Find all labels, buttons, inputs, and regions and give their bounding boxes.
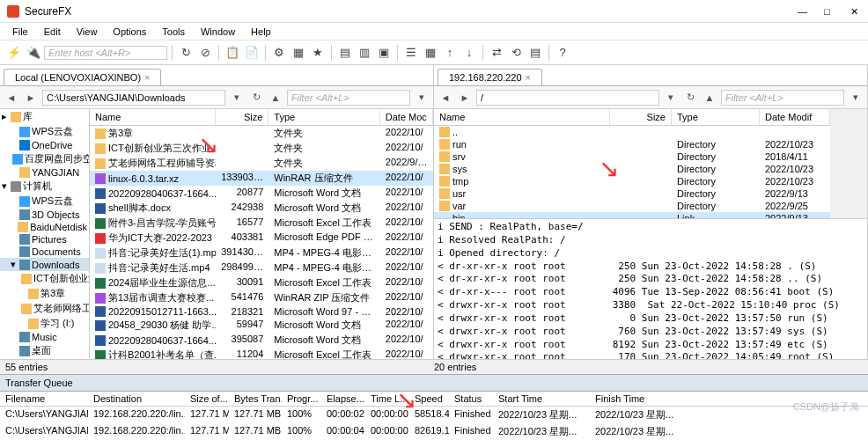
sync-icon[interactable]: ⟲ (507, 44, 525, 62)
details-icon[interactable]: ▦ (422, 44, 439, 62)
col-name[interactable]: Name (434, 109, 610, 125)
tq-col[interactable]: Start Time (493, 392, 590, 406)
tree-item[interactable]: 百度网盘同步空间 (0, 151, 89, 166)
dropdown-icon[interactable]: ▾ (663, 90, 679, 106)
quick-connect-icon[interactable]: 🔌 (25, 44, 42, 62)
cascade-icon[interactable]: ▣ (375, 44, 393, 62)
sort-desc-icon[interactable]: ↓ (460, 44, 478, 62)
col-name[interactable]: Name (90, 109, 216, 125)
file-row[interactable]: linux-6.0.3.tar.xz133903496WinRAR 压缩文件20… (90, 171, 433, 186)
local-path-input[interactable]: C:\Users\YANGJIAN\Downloads (42, 90, 225, 106)
maximize-button[interactable]: □ (824, 6, 835, 17)
tree-item[interactable]: BaiduNetdisk (0, 221, 89, 233)
bookmark-icon[interactable]: ★ (309, 44, 327, 62)
dropdown-icon[interactable]: ▾ (848, 90, 864, 106)
tq-col[interactable]: Time L... (365, 392, 409, 406)
file-row[interactable]: varDirectory2022/9/25 (434, 200, 830, 212)
transfer-icon[interactable]: ⇄ (488, 44, 505, 62)
fwd-icon[interactable]: ► (23, 90, 39, 106)
file-row[interactable]: 附件3-昌吉学院-学员账号...16577Microsoft Excel 工作表… (90, 216, 433, 231)
tq-col[interactable]: Finish Time (590, 392, 687, 406)
menu-options[interactable]: Options (106, 25, 153, 39)
menu-help[interactable]: Help (244, 25, 278, 39)
refresh-icon[interactable]: ↻ (682, 90, 698, 106)
disconnect-icon[interactable]: ⊘ (196, 44, 214, 62)
col-date[interactable]: Date Modif (760, 109, 830, 125)
tree-item[interactable]: ▾Downloads (0, 258, 89, 271)
up-icon[interactable]: ▲ (702, 90, 717, 106)
file-row[interactable]: 抖音:记录美好生活.mp429849947MP4 - MPEG-4 电影文件20… (90, 260, 433, 275)
menu-file[interactable]: File (5, 25, 35, 39)
remote-tab[interactable]: 192.168.220.220× (438, 69, 542, 85)
tree-item[interactable]: Music (0, 331, 89, 343)
copy-icon[interactable]: 📋 (224, 44, 241, 62)
tileh-icon[interactable]: ▥ (356, 44, 373, 62)
file-row[interactable]: sysDirectory2022/10/23 (434, 163, 830, 175)
file-row[interactable]: ICT创新创业第三次作业文件夹2022/10/ (90, 141, 433, 156)
file-row[interactable]: runDirectory2022/10/23 (434, 138, 830, 150)
file-row[interactable]: tmpDirectory2022/10/23 (434, 175, 830, 187)
col-type[interactable]: Type (268, 109, 380, 125)
paste-icon[interactable]: 📄 (243, 44, 261, 62)
file-row[interactable]: 20220928040637-1664...20877Microsoft Wor… (90, 186, 433, 201)
file-row[interactable]: 抖音:记录美好生活(1).mp439143091MP4 - MPEG-4 电影文… (90, 246, 433, 260)
col-size[interactable]: Size (610, 109, 672, 125)
file-row[interactable]: 2024届毕业生生源信息...30091Microsoft Excel 工作表2… (90, 275, 433, 290)
menu-tools[interactable]: Tools (155, 25, 192, 39)
sort-asc-icon[interactable]: ↑ (441, 44, 459, 62)
options-icon[interactable]: ⚙ (270, 44, 288, 62)
tree-item[interactable]: WPS云盘 (0, 124, 89, 139)
col-size[interactable]: Size (216, 109, 268, 125)
file-row[interactable]: 第13届市调查大赛校赛...541476WinRAR ZIP 压缩文件2022/… (90, 290, 433, 305)
up-icon[interactable]: ▲ (268, 90, 283, 106)
tq-col[interactable]: Bytes Tran... (229, 392, 282, 406)
tree-item[interactable]: OneDrive (0, 139, 89, 151)
file-row[interactable]: 20220915012711-1663...218321Microsoft Wo… (90, 305, 433, 318)
file-row[interactable]: usrDirectory2022/9/13 (434, 187, 830, 200)
menu-window[interactable]: Window (194, 25, 242, 39)
filter-input[interactable]: Filter <Alt+L> (287, 90, 410, 106)
tree-item[interactable]: ICT创新创业第 (0, 271, 89, 286)
menu-view[interactable]: View (70, 25, 105, 39)
file-row[interactable]: 第3章文件夹2022/10/ (90, 126, 433, 141)
list-icon[interactable]: ☰ (402, 44, 420, 62)
tq-col[interactable]: Destination (88, 392, 185, 406)
file-row[interactable]: shell脚本.docx242938Microsoft Word 文档2022/… (90, 201, 433, 216)
tq-col[interactable]: Speed (409, 392, 449, 406)
file-row[interactable]: 20220928040637-1664...395087Microsoft Wo… (90, 333, 433, 348)
close-icon[interactable]: × (526, 72, 531, 83)
file-row[interactable]: .. (434, 126, 830, 138)
tree-item[interactable]: WPS云盘 (0, 194, 89, 209)
remote-path-input[interactable]: / (476, 90, 659, 106)
col-date[interactable]: Date Moc (380, 109, 433, 125)
close-button[interactable]: ✕ (850, 6, 861, 17)
fwd-icon[interactable]: ► (457, 90, 473, 106)
file-row[interactable]: 计科B2001补考名单（查...11204Microsoft Excel 工作表… (90, 348, 433, 359)
file-row[interactable]: 华为ICT大赛-2022-2023 ...403381Microsoft Edg… (90, 231, 433, 246)
tree-item[interactable]: ▸库 (0, 109, 89, 124)
local-tab[interactable]: Local (LENOVOXIAOXINBO)× (4, 69, 161, 85)
filter-input[interactable]: Filter <Alt+L> (721, 90, 844, 106)
tq-col[interactable]: Size of... (185, 392, 229, 406)
tree-item[interactable]: 第3章 (0, 286, 89, 301)
tree-item[interactable]: ▾计算机 (0, 179, 89, 194)
refresh-icon[interactable]: ↻ (248, 90, 264, 106)
transfer-row[interactable]: C:\Users\YANGJIAN\Downl...192.168.220.22… (0, 423, 868, 440)
tree-item[interactable]: Pictures (0, 233, 89, 246)
tile-icon[interactable]: ▤ (336, 44, 354, 62)
tree-item[interactable]: YANGJIAN (0, 166, 89, 179)
session-icon[interactable]: ▦ (290, 44, 307, 62)
log-icon[interactable]: ▤ (526, 44, 544, 62)
tq-col[interactable]: Elapse... (321, 392, 365, 406)
col-type[interactable]: Type (672, 109, 760, 125)
connect-icon[interactable]: ⚡ (5, 44, 23, 62)
host-input[interactable]: Enter host <Alt+R> (44, 46, 167, 60)
folder-tree[interactable]: ▸库WPS云盘OneDrive百度网盘同步空间YANGJIAN▾计算机WPS云盘… (0, 109, 90, 359)
tree-item[interactable]: Documents (0, 246, 89, 258)
help-icon[interactable]: ? (554, 44, 571, 62)
back-icon[interactable]: ◄ (4, 90, 19, 106)
transfer-row[interactable]: C:\Users\YANGJIAN\Downl...192.168.220.22… (0, 407, 868, 423)
dropdown-icon[interactable]: ▾ (414, 90, 430, 106)
tree-item[interactable]: 学习 (I:) (0, 316, 89, 331)
tq-col[interactable]: Filename (0, 392, 88, 406)
